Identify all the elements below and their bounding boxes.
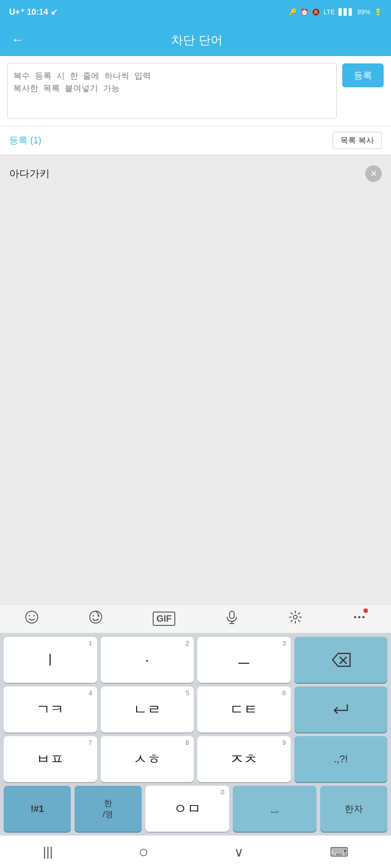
key-gk[interactable]: 4 ㄱㅋ [4,686,97,732]
nav-keyboard-icon[interactable]: ⌨ [330,845,348,860]
mic-button[interactable] [225,610,238,627]
input-area: 등록 [0,56,391,126]
back-button[interactable]: ← [7,29,28,51]
svg-point-4 [93,615,94,617]
key-sh[interactable]: 8 ㅅㅎ [101,736,194,782]
lang-key[interactable]: 한/영 [75,786,142,832]
status-bar: U+⁺ 10:14 ↙ 🔑 ⏰ 🔕 LTE ▋▋▋ 89% 🔋 [0,0,391,24]
keyboard-toolbar: GIF [0,604,391,633]
word-list: 아다가키 ✕ [0,154,391,604]
svg-rect-6 [230,611,234,618]
emoji-button[interactable] [25,610,39,627]
battery-icon: 🔋 [374,8,382,16]
backspace-key[interactable] [294,637,388,683]
key-om[interactable]: 0 ㅇㅁ [145,786,229,832]
word-input[interactable] [7,63,337,119]
keyboard-row-3: 7 ㅂㅍ 8 ㅅㅎ 9 ㅈㅊ .,?! [4,736,387,782]
enter-key[interactable] [294,686,388,732]
more-button[interactable] [352,610,366,627]
key-vowel-eu[interactable]: 3 ㅡ [197,637,291,683]
copy-list-button[interactable]: 목록 복사 [333,132,382,149]
sticker-button[interactable] [89,610,103,627]
alarm-icon: ⏰ [300,8,308,16]
list-item: 아다가키 ✕ [0,158,391,189]
svg-point-2 [34,615,35,617]
battery-text: 89% [357,8,370,16]
keyboard: 1 ㅣ 2 · 3 ㅡ 4 ㄱㅋ 5 ㄴㄹ 6 [0,633,391,835]
keyboard-row-2: 4 ㄱㅋ 5 ㄴㄹ 6 ㄷㅌ [4,686,387,732]
notification-dot [363,608,368,613]
key-icon: 🔑 [289,8,297,16]
top-bar: ← 차단 단어 [0,24,391,56]
svg-point-10 [354,616,356,618]
svg-point-9 [293,615,297,619]
key-jch[interactable]: 9 ㅈㅊ [197,736,291,782]
nav-back-icon[interactable]: ∨ [234,845,244,860]
nav-bar: ||| ○ ∨ ⌨ [0,835,391,868]
hanja-key[interactable]: 한자 [320,786,387,832]
key-vowel-i[interactable]: 1 ㅣ [4,637,97,683]
keyboard-row-4: !#1 한/영 0 ㅇㅁ ⎵ 한자 [4,786,387,832]
settings-button[interactable] [288,610,302,627]
space-key[interactable]: ⎵ [233,786,316,832]
symbols-key[interactable]: !#1 [4,786,71,832]
key-dot[interactable]: 2 · [101,637,194,683]
nav-menu-icon[interactable]: ||| [43,845,53,859]
key-bp[interactable]: 7 ㅂㅍ [4,736,97,782]
close-icon: ✕ [370,170,377,178]
keyboard-row-1: 1 ㅣ 2 · 3 ㅡ [4,637,387,683]
signal-icon: ▋▋▋ [339,8,354,16]
word-text: 아다가키 [9,167,50,181]
svg-point-12 [362,616,364,618]
list-count: 등록 (1) [9,134,41,147]
content-area: 등록 등록 (1) 목록 복사 아다가키 ✕ [0,56,391,604]
punct-key[interactable]: .,?! [294,736,388,782]
list-header: 등록 (1) 목록 복사 [0,126,391,154]
key-nr[interactable]: 5 ㄴㄹ [101,686,194,732]
lte-icon: LTE [323,8,335,16]
delete-word-button[interactable]: ✕ [365,165,382,182]
nav-home-icon[interactable]: ○ [138,842,149,862]
mute-icon: 🔕 [312,8,320,16]
status-carrier-time: U+⁺ 10:14 ↙ [9,7,58,17]
status-right-icons: 🔑 ⏰ 🔕 LTE ▋▋▋ 89% 🔋 [289,8,382,16]
svg-point-3 [90,611,102,623]
svg-point-0 [26,611,38,623]
gif-button[interactable]: GIF [153,612,175,626]
page-title: 차단 단어 [33,32,361,48]
svg-point-1 [29,615,30,617]
register-button[interactable]: 등록 [342,63,384,87]
svg-point-11 [358,616,360,618]
key-dt[interactable]: 6 ㄷㅌ [197,686,291,732]
